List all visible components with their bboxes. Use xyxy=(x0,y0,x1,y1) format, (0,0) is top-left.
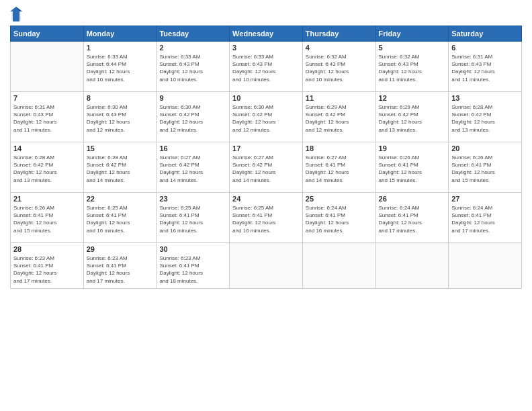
day-cell: 10Sunrise: 6:30 AM Sunset: 6:42 PM Dayli… xyxy=(230,92,303,142)
week-row-1: 1Sunrise: 6:33 AM Sunset: 6:44 PM Daylig… xyxy=(11,42,522,92)
day-cell xyxy=(375,243,449,289)
day-number: 28 xyxy=(13,245,81,253)
day-header-tuesday: Tuesday xyxy=(157,26,230,42)
day-header-monday: Monday xyxy=(83,26,157,42)
day-cell: 18Sunrise: 6:27 AM Sunset: 6:41 PM Dayli… xyxy=(302,142,375,193)
day-number: 14 xyxy=(13,144,81,152)
day-cell: 22Sunrise: 6:25 AM Sunset: 6:41 PM Dayli… xyxy=(83,193,157,243)
day-cell: 9Sunrise: 6:30 AM Sunset: 6:42 PM Daylig… xyxy=(157,92,230,142)
day-cell: 7Sunrise: 6:31 AM Sunset: 6:43 PM Daylig… xyxy=(11,92,84,142)
day-cell xyxy=(302,243,375,289)
logo xyxy=(10,7,25,21)
header xyxy=(10,7,522,21)
day-info: Sunrise: 6:32 AM Sunset: 6:43 PM Dayligh… xyxy=(379,53,446,83)
day-cell: 20Sunrise: 6:26 AM Sunset: 6:41 PM Dayli… xyxy=(449,142,522,193)
day-info: Sunrise: 6:25 AM Sunset: 6:41 PM Dayligh… xyxy=(87,204,154,234)
day-number: 21 xyxy=(13,195,81,203)
day-number: 25 xyxy=(306,195,373,203)
week-row-3: 14Sunrise: 6:28 AM Sunset: 6:42 PM Dayli… xyxy=(11,142,522,193)
day-number: 24 xyxy=(232,195,300,203)
day-number: 8 xyxy=(87,94,154,102)
day-number: 17 xyxy=(232,144,300,152)
day-cell: 5Sunrise: 6:32 AM Sunset: 6:43 PM Daylig… xyxy=(375,42,449,92)
day-number: 27 xyxy=(451,195,519,203)
day-info: Sunrise: 6:31 AM Sunset: 6:43 PM Dayligh… xyxy=(451,53,519,83)
page: SundayMondayTuesdayWednesdayThursdayFrid… xyxy=(0,0,532,411)
day-header-saturday: Saturday xyxy=(449,26,522,42)
day-number: 5 xyxy=(379,44,446,52)
day-header-friday: Friday xyxy=(375,26,449,42)
day-cell: 24Sunrise: 6:25 AM Sunset: 6:41 PM Dayli… xyxy=(230,193,303,243)
day-cell: 14Sunrise: 6:28 AM Sunset: 6:42 PM Dayli… xyxy=(11,142,84,193)
day-cell: 28Sunrise: 6:23 AM Sunset: 6:41 PM Dayli… xyxy=(11,243,84,289)
day-number: 13 xyxy=(451,94,519,102)
day-info: Sunrise: 6:26 AM Sunset: 6:41 PM Dayligh… xyxy=(13,204,81,234)
day-info: Sunrise: 6:23 AM Sunset: 6:41 PM Dayligh… xyxy=(159,255,226,285)
day-number: 9 xyxy=(159,94,226,102)
day-number: 10 xyxy=(232,94,300,102)
day-info: Sunrise: 6:25 AM Sunset: 6:41 PM Dayligh… xyxy=(232,204,300,234)
day-cell xyxy=(11,42,84,92)
day-cell xyxy=(230,243,303,289)
day-number: 26 xyxy=(379,195,446,203)
day-header-thursday: Thursday xyxy=(302,26,375,42)
day-info: Sunrise: 6:25 AM Sunset: 6:41 PM Dayligh… xyxy=(159,204,226,234)
day-number: 4 xyxy=(306,44,373,52)
day-number: 1 xyxy=(87,44,154,52)
day-cell: 12Sunrise: 6:29 AM Sunset: 6:42 PM Dayli… xyxy=(375,92,449,142)
day-info: Sunrise: 6:26 AM Sunset: 6:41 PM Dayligh… xyxy=(379,154,446,184)
day-header-wednesday: Wednesday xyxy=(230,26,303,42)
day-cell: 23Sunrise: 6:25 AM Sunset: 6:41 PM Dayli… xyxy=(157,193,230,243)
day-info: Sunrise: 6:33 AM Sunset: 6:44 PM Dayligh… xyxy=(87,53,154,83)
day-cell: 3Sunrise: 6:33 AM Sunset: 6:43 PM Daylig… xyxy=(230,42,303,92)
day-cell: 1Sunrise: 6:33 AM Sunset: 6:44 PM Daylig… xyxy=(83,42,157,92)
day-cell: 30Sunrise: 6:23 AM Sunset: 6:41 PM Dayli… xyxy=(157,243,230,289)
day-cell: 26Sunrise: 6:24 AM Sunset: 6:41 PM Dayli… xyxy=(375,193,449,243)
day-cell: 16Sunrise: 6:27 AM Sunset: 6:42 PM Dayli… xyxy=(157,142,230,193)
day-number: 30 xyxy=(159,245,226,253)
day-cell: 29Sunrise: 6:23 AM Sunset: 6:41 PM Dayli… xyxy=(83,243,157,289)
day-number: 22 xyxy=(87,195,154,203)
day-info: Sunrise: 6:27 AM Sunset: 6:42 PM Dayligh… xyxy=(232,154,300,184)
day-info: Sunrise: 6:31 AM Sunset: 6:43 PM Dayligh… xyxy=(13,103,81,134)
day-number: 11 xyxy=(306,94,373,102)
day-info: Sunrise: 6:24 AM Sunset: 6:41 PM Dayligh… xyxy=(379,204,446,234)
day-info: Sunrise: 6:27 AM Sunset: 6:42 PM Dayligh… xyxy=(159,154,226,184)
day-number: 23 xyxy=(159,195,226,203)
day-number: 3 xyxy=(232,44,300,52)
day-cell: 25Sunrise: 6:24 AM Sunset: 6:41 PM Dayli… xyxy=(302,193,375,243)
logo-icon xyxy=(10,7,22,21)
day-number: 12 xyxy=(379,94,446,102)
day-cell: 27Sunrise: 6:24 AM Sunset: 6:41 PM Dayli… xyxy=(449,193,522,243)
day-number: 2 xyxy=(159,44,226,52)
day-info: Sunrise: 6:26 AM Sunset: 6:41 PM Dayligh… xyxy=(451,154,519,184)
header-row: SundayMondayTuesdayWednesdayThursdayFrid… xyxy=(11,26,522,42)
day-number: 7 xyxy=(13,94,81,102)
day-info: Sunrise: 6:24 AM Sunset: 6:41 PM Dayligh… xyxy=(451,204,519,234)
day-info: Sunrise: 6:27 AM Sunset: 6:41 PM Dayligh… xyxy=(306,154,373,184)
week-row-4: 21Sunrise: 6:26 AM Sunset: 6:41 PM Dayli… xyxy=(11,193,522,243)
week-row-5: 28Sunrise: 6:23 AM Sunset: 6:41 PM Dayli… xyxy=(11,243,522,289)
day-number: 6 xyxy=(451,44,519,52)
day-cell: 4Sunrise: 6:32 AM Sunset: 6:43 PM Daylig… xyxy=(302,42,375,92)
day-cell: 8Sunrise: 6:30 AM Sunset: 6:43 PM Daylig… xyxy=(83,92,157,142)
day-info: Sunrise: 6:29 AM Sunset: 6:42 PM Dayligh… xyxy=(306,103,373,134)
day-info: Sunrise: 6:33 AM Sunset: 6:43 PM Dayligh… xyxy=(232,53,300,83)
day-cell: 21Sunrise: 6:26 AM Sunset: 6:41 PM Dayli… xyxy=(11,193,84,243)
day-info: Sunrise: 6:29 AM Sunset: 6:42 PM Dayligh… xyxy=(379,103,446,134)
day-cell: 11Sunrise: 6:29 AM Sunset: 6:42 PM Dayli… xyxy=(302,92,375,142)
day-info: Sunrise: 6:24 AM Sunset: 6:41 PM Dayligh… xyxy=(306,204,373,234)
calendar-table: SundayMondayTuesdayWednesdayThursdayFrid… xyxy=(10,26,522,289)
day-info: Sunrise: 6:28 AM Sunset: 6:42 PM Dayligh… xyxy=(13,154,81,184)
day-info: Sunrise: 6:33 AM Sunset: 6:43 PM Dayligh… xyxy=(159,53,226,83)
day-info: Sunrise: 6:30 AM Sunset: 6:42 PM Dayligh… xyxy=(159,103,226,134)
day-info: Sunrise: 6:28 AM Sunset: 6:42 PM Dayligh… xyxy=(87,154,154,184)
day-number: 19 xyxy=(379,144,446,152)
day-number: 29 xyxy=(87,245,154,253)
day-number: 16 xyxy=(159,144,226,152)
week-row-2: 7Sunrise: 6:31 AM Sunset: 6:43 PM Daylig… xyxy=(11,92,522,142)
day-number: 20 xyxy=(451,144,519,152)
day-info: Sunrise: 6:30 AM Sunset: 6:43 PM Dayligh… xyxy=(87,103,154,134)
day-cell: 13Sunrise: 6:28 AM Sunset: 6:42 PM Dayli… xyxy=(449,92,522,142)
day-cell: 17Sunrise: 6:27 AM Sunset: 6:42 PM Dayli… xyxy=(230,142,303,193)
